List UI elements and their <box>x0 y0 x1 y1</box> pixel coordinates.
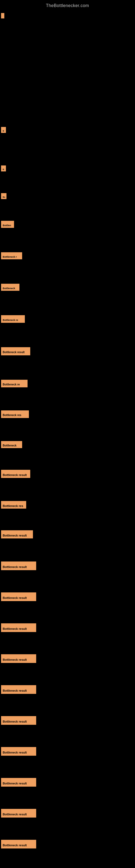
bar-row-16: Bottleneck result <box>1 561 135 570</box>
bar-row-3: B <box>1 165 135 172</box>
bar-label-6: Bottleneck r <box>1 252 22 259</box>
bar-row-15: Bottleneck result <box>1 530 135 538</box>
bar-row-13: Bottleneck result <box>1 470 135 478</box>
bar-row-10: Bottleneck re <box>1 380 135 388</box>
bar-row-4: Bo <box>1 193 135 199</box>
bar-row-2: B <box>1 127 135 133</box>
bars-container: BBBoBottlenBottleneck rBottleneckBottlen… <box>0 10 135 868</box>
bar-row-19: Bottleneck result <box>1 654 135 663</box>
bar-label-21: Bottleneck result <box>1 716 36 725</box>
bar-label-25: Bottleneck result <box>1 840 36 848</box>
bar-label-4: Bo <box>1 193 6 199</box>
site-title: TheBottlenecker.com <box>0 0 135 10</box>
bar-label-9: Bottleneck result <box>1 347 30 355</box>
bar-label-13: Bottleneck result <box>1 470 30 478</box>
bar-label-5: Bottlen <box>1 221 14 228</box>
bar-row-22: Bottleneck result <box>1 747 135 756</box>
bar-label-18: Bottleneck result <box>1 623 36 632</box>
bar-label-1 <box>1 13 4 19</box>
bar-row-11: Bottleneck res <box>1 410 135 418</box>
bar-label-15: Bottleneck result <box>1 530 33 538</box>
bar-label-24: Bottleneck result <box>1 809 36 817</box>
bar-row-24: Bottleneck result <box>1 809 135 817</box>
bar-label-2: B <box>1 127 6 133</box>
bar-row-12: Bottleneck <box>1 441 135 448</box>
bar-label-19: Bottleneck result <box>1 654 36 663</box>
bar-label-20: Bottleneck result <box>1 685 36 694</box>
bar-label-14: Bottleneck res <box>1 501 26 508</box>
bar-row-8: Bottleneck re <box>1 315 135 323</box>
bar-row-23: Bottleneck result <box>1 778 135 786</box>
bar-label-17: Bottleneck result <box>1 592 36 601</box>
bar-label-11: Bottleneck res <box>1 410 29 418</box>
bar-row-25: Bottleneck result <box>1 840 135 848</box>
bar-row-7: Bottleneck <box>1 284 135 291</box>
bar-row-18: Bottleneck result <box>1 623 135 632</box>
bar-label-12: Bottleneck <box>1 441 22 448</box>
bar-label-10: Bottleneck re <box>1 380 28 388</box>
bar-label-7: Bottleneck <box>1 284 19 291</box>
bar-label-8: Bottleneck re <box>1 315 25 323</box>
bar-row-17: Bottleneck result <box>1 592 135 601</box>
bar-label-22: Bottleneck result <box>1 747 36 756</box>
bar-label-23: Bottleneck result <box>1 778 36 786</box>
bar-row-6: Bottleneck r <box>1 252 135 259</box>
bar-row-9: Bottleneck result <box>1 347 135 355</box>
bar-row-1 <box>1 13 135 19</box>
bar-row-20: Bottleneck result <box>1 685 135 694</box>
bar-row-5: Bottlen <box>1 221 135 228</box>
bar-label-3: B <box>1 165 6 172</box>
bar-row-21: Bottleneck result <box>1 716 135 725</box>
bar-row-14: Bottleneck res <box>1 501 135 508</box>
bar-label-16: Bottleneck result <box>1 561 36 570</box>
site-title-container: TheBottlenecker.com <box>0 0 135 10</box>
